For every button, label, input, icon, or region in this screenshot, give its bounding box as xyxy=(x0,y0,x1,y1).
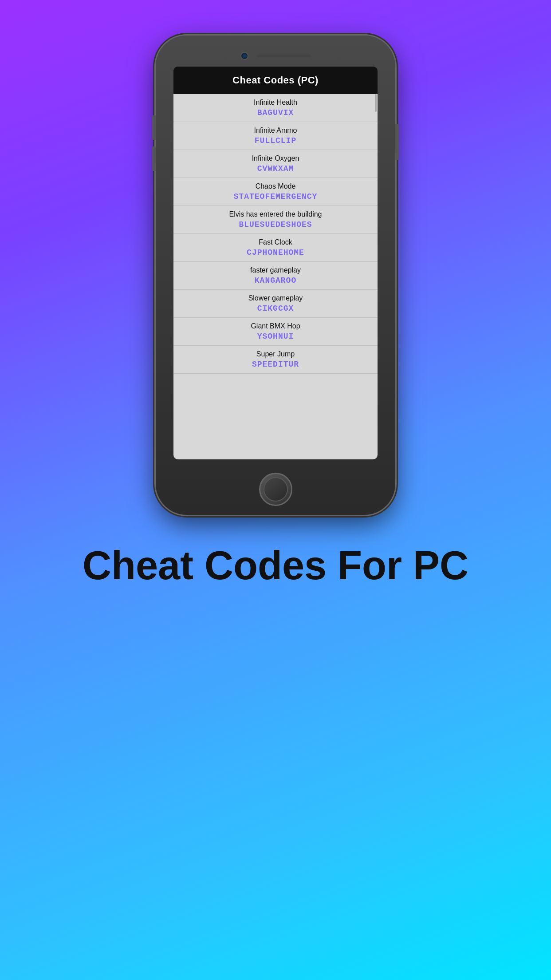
home-button-inner xyxy=(264,477,288,502)
cheat-item[interactable]: Elvis has entered the buildingBLUESUEDES… xyxy=(173,206,378,234)
cheat-name: Giant BMX Hop xyxy=(251,322,300,330)
cheat-item[interactable]: Slower gameplayCIKGCGX xyxy=(173,290,378,318)
cheat-code: CVWKXAM xyxy=(257,164,294,173)
cheat-item[interactable]: faster gameplayKANGAROO xyxy=(173,262,378,290)
cheat-name: Infinite Ammo xyxy=(254,126,297,134)
cheat-name: faster gameplay xyxy=(250,266,301,274)
phone-body: Cheat Codes (PC) Infinite HealthBAGUVIXI… xyxy=(156,36,395,515)
cheat-name: Fast Clock xyxy=(259,238,292,246)
cheat-name: Infinite Oxygen xyxy=(252,154,299,162)
cheat-name: Elvis has entered the building xyxy=(229,210,322,218)
app-header: Cheat Codes (PC) xyxy=(173,67,378,94)
cheat-code: BAGUVIX xyxy=(257,108,294,117)
cheat-list[interactable]: Infinite HealthBAGUVIXInfinite AmmoFULLC… xyxy=(173,94,378,459)
home-button[interactable] xyxy=(259,473,292,506)
cheat-code: CIKGCGX xyxy=(257,304,294,313)
cheat-name: Infinite Health xyxy=(254,99,297,107)
cheat-item[interactable]: Chaos ModeSTATEOFEMERGENCY xyxy=(173,178,378,206)
page-title: Cheat Codes For PC xyxy=(56,541,495,589)
power-button xyxy=(395,124,399,160)
phone-top-bar xyxy=(156,36,395,67)
volume-down-button xyxy=(152,146,156,171)
cheat-name: Super Jump xyxy=(256,350,295,358)
cheat-item[interactable]: Infinite AmmoFULLCLIP xyxy=(173,122,378,150)
volume-up-button xyxy=(152,115,156,140)
cheat-item[interactable]: Super JumpSPEEDITUR xyxy=(173,346,378,374)
cheat-code: KANGAROO xyxy=(255,276,296,285)
cheat-code: STATEOFEMERGENCY xyxy=(234,192,318,201)
cheat-item[interactable]: Infinite HealthBAGUVIX xyxy=(173,94,378,122)
cheat-code: BLUESUEDESHOES xyxy=(239,220,312,229)
phone-mockup: Cheat Codes (PC) Infinite HealthBAGUVIXI… xyxy=(156,36,395,515)
cheat-item[interactable]: Giant BMX HopYSOHNUI xyxy=(173,318,378,346)
phone-screen: Cheat Codes (PC) Infinite HealthBAGUVIXI… xyxy=(173,67,378,459)
cheat-code: FULLCLIP xyxy=(255,136,296,145)
cheat-name: Chaos Mode xyxy=(256,182,296,190)
cheat-item[interactable]: Infinite OxygenCVWKXAM xyxy=(173,150,378,178)
cheat-code: SPEEDITUR xyxy=(252,360,299,369)
cheat-code: YSOHNUI xyxy=(257,332,294,341)
front-camera-icon xyxy=(240,52,248,60)
cheat-item[interactable]: Fast ClockCJPHONEHOME xyxy=(173,234,378,262)
scroll-indicator xyxy=(375,94,377,112)
cheat-name: Slower gameplay xyxy=(248,294,303,302)
cheat-code: CJPHONEHOME xyxy=(247,248,304,257)
phone-speaker xyxy=(257,55,311,57)
